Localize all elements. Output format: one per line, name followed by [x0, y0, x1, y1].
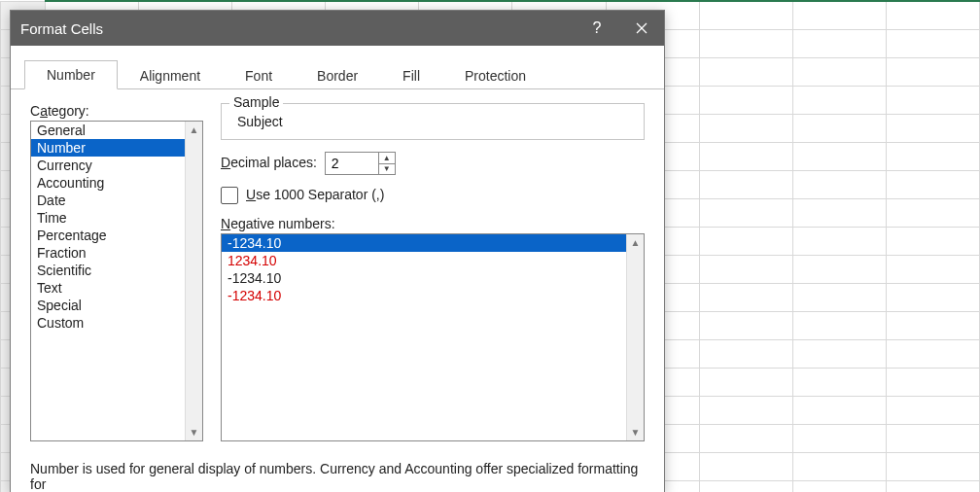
sheet-cell[interactable]	[699, 199, 792, 228]
negative-scrollbar[interactable]: ▲ ▼	[626, 234, 644, 440]
negative-option[interactable]: 1234.10	[222, 252, 627, 269]
sheet-cell[interactable]	[792, 171, 886, 199]
sheet-cell[interactable]	[886, 340, 979, 369]
sheet-cell[interactable]	[886, 425, 979, 453]
sheet-cell[interactable]	[699, 425, 792, 453]
tab-strip: NumberAlignmentFontBorderFillProtection	[11, 46, 664, 89]
sheet-cell[interactable]	[699, 397, 792, 425]
sheet-cell[interactable]	[792, 340, 886, 369]
tab-fill[interactable]: Fill	[380, 61, 442, 89]
category-item-time[interactable]: Time	[31, 209, 186, 227]
sheet-cell[interactable]	[699, 1, 792, 30]
negative-option[interactable]: -1234.10	[222, 234, 627, 252]
category-label: Category:	[30, 103, 203, 119]
tab-font[interactable]: Font	[223, 61, 295, 89]
negative-option[interactable]: -1234.10	[222, 269, 627, 287]
sheet-cell[interactable]	[792, 284, 886, 312]
scroll-down-icon[interactable]: ▼	[627, 424, 644, 440]
sheet-cell[interactable]	[792, 115, 886, 143]
spin-up-button[interactable]: ▲	[379, 153, 395, 164]
sample-value: Subject	[233, 114, 632, 129]
sheet-cell[interactable]	[886, 30, 979, 58]
category-item-text[interactable]: Text	[31, 279, 186, 297]
sheet-cell[interactable]	[886, 58, 979, 87]
sheet-cell[interactable]	[699, 256, 792, 284]
sheet-cell[interactable]	[886, 199, 979, 228]
sheet-cell[interactable]	[792, 228, 886, 256]
scroll-up-icon[interactable]: ▲	[186, 122, 202, 138]
dialog-titlebar: Format Cells ?	[11, 11, 664, 46]
sheet-cell[interactable]	[886, 481, 979, 493]
negative-option[interactable]: -1234.10	[222, 287, 627, 304]
sheet-cell[interactable]	[792, 143, 886, 171]
tab-border[interactable]: Border	[295, 61, 380, 89]
thousand-separator-checkbox[interactable]	[221, 187, 238, 204]
category-item-fraction[interactable]: Fraction	[31, 244, 186, 262]
category-item-currency[interactable]: Currency	[31, 157, 186, 174]
close-button[interactable]	[619, 11, 664, 46]
sheet-cell[interactable]	[886, 143, 979, 171]
spin-down-button[interactable]: ▼	[379, 164, 395, 175]
category-listbox[interactable]: GeneralNumberCurrencyAccountingDateTimeP…	[30, 121, 203, 441]
category-item-percentage[interactable]: Percentage	[31, 227, 186, 244]
sheet-cell[interactable]	[699, 171, 792, 199]
sheet-cell[interactable]	[792, 87, 886, 115]
sheet-cell[interactable]	[699, 58, 792, 87]
sheet-cell[interactable]	[699, 481, 792, 493]
sheet-cell[interactable]	[886, 87, 979, 115]
negative-numbers-listbox[interactable]: -1234.101234.10-1234.10-1234.10 ▲ ▼	[221, 233, 645, 441]
sheet-cell[interactable]	[792, 1, 886, 30]
category-item-accounting[interactable]: Accounting	[31, 174, 186, 192]
sheet-cell[interactable]	[886, 397, 979, 425]
sheet-cell[interactable]	[886, 256, 979, 284]
tab-protection[interactable]: Protection	[442, 61, 548, 89]
category-item-date[interactable]: Date	[31, 192, 186, 209]
category-item-special[interactable]: Special	[31, 297, 186, 314]
scroll-down-icon[interactable]: ▼	[186, 424, 202, 440]
sheet-cell[interactable]	[886, 228, 979, 256]
sheet-cell[interactable]	[792, 425, 886, 453]
sheet-cell[interactable]	[699, 228, 792, 256]
scroll-up-icon[interactable]: ▲	[627, 234, 644, 251]
sheet-cell[interactable]	[886, 284, 979, 312]
sheet-cell[interactable]	[886, 369, 979, 397]
sheet-cell[interactable]	[699, 115, 792, 143]
decimal-places-spinner[interactable]: ▲ ▼	[325, 152, 396, 175]
decimal-places-label: Decimal places:	[221, 155, 317, 170]
sheet-cell[interactable]	[792, 199, 886, 228]
sheet-cell[interactable]	[792, 30, 886, 58]
sheet-cell[interactable]	[699, 453, 792, 481]
sheet-cell[interactable]	[792, 397, 886, 425]
category-item-number[interactable]: Number	[31, 139, 186, 157]
thousand-separator-label: Use 1000 Separator (,)	[246, 187, 384, 202]
category-scrollbar[interactable]: ▲ ▼	[185, 122, 202, 440]
category-item-custom[interactable]: Custom	[31, 314, 186, 332]
sheet-cell[interactable]	[699, 312, 792, 340]
sheet-cell[interactable]	[699, 340, 792, 369]
tab-alignment[interactable]: Alignment	[118, 61, 223, 89]
sheet-cell[interactable]	[699, 87, 792, 115]
sheet-cell[interactable]	[792, 453, 886, 481]
category-item-scientific[interactable]: Scientific	[31, 262, 186, 279]
sheet-cell[interactable]	[886, 1, 979, 30]
tab-content-number: Category: GeneralNumberCurrencyAccountin…	[11, 89, 664, 492]
sheet-cell[interactable]	[886, 453, 979, 481]
sheet-cell[interactable]	[886, 171, 979, 199]
sheet-cell[interactable]	[699, 30, 792, 58]
category-item-general[interactable]: General	[31, 122, 186, 139]
help-button[interactable]: ?	[575, 11, 619, 46]
sheet-cell[interactable]	[792, 312, 886, 340]
sheet-cell[interactable]	[699, 369, 792, 397]
format-cells-dialog: Format Cells ? NumberAlignmentFontBorder…	[10, 10, 665, 492]
decimal-places-input[interactable]	[325, 152, 379, 175]
sheet-cell[interactable]	[886, 312, 979, 340]
sheet-cell[interactable]	[792, 256, 886, 284]
tab-number[interactable]: Number	[24, 60, 118, 89]
sheet-cell[interactable]	[792, 481, 886, 493]
sheet-cell[interactable]	[699, 284, 792, 312]
sheet-cell[interactable]	[886, 115, 979, 143]
dialog-title: Format Cells	[20, 20, 103, 37]
sheet-cell[interactable]	[792, 58, 886, 87]
sheet-cell[interactable]	[792, 369, 886, 397]
sheet-cell[interactable]	[699, 143, 792, 171]
